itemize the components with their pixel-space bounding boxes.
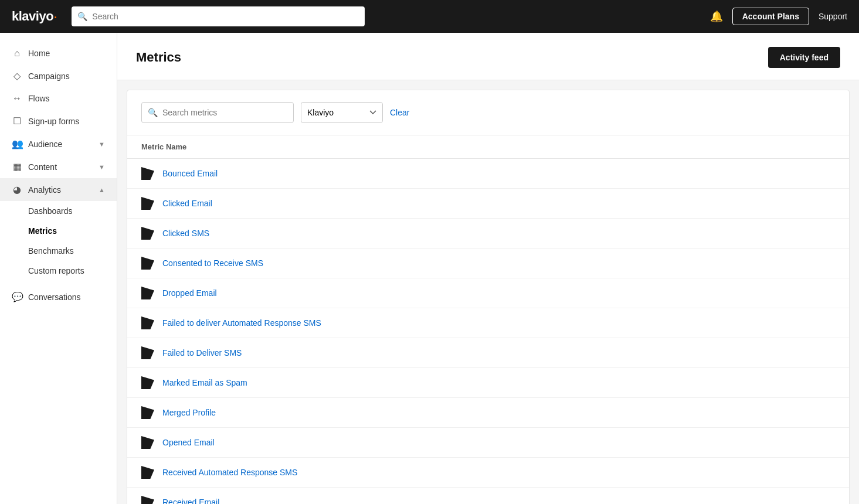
sidebar-label-flows: Flows — [28, 94, 50, 103]
content-icon: ▦ — [12, 161, 22, 172]
signup-forms-icon: ☐ — [12, 115, 22, 127]
metrics-table: Bounced Email Clicked Email Clicked SMS … — [127, 159, 849, 504]
metric-icon — [141, 346, 154, 359]
chevron-down-icon: ▼ — [99, 141, 105, 148]
sidebar-label-home: Home — [28, 49, 50, 58]
sidebar-label-content-text: Content — [28, 162, 57, 172]
table-row[interactable]: Merged Profile — [127, 398, 849, 428]
sidebar-label-conversations: Conversations — [28, 292, 81, 302]
metric-icon — [141, 197, 154, 210]
metric-name: Dropped Email — [162, 288, 217, 298]
search-metrics-icon: 🔍 — [148, 108, 158, 117]
metric-name: Bounced Email — [162, 169, 218, 178]
conversations-icon: 💬 — [12, 291, 22, 302]
sidebar-label-analytics-text: Analytics — [28, 185, 61, 195]
header-right: 🔔 Account Plans Support — [710, 8, 847, 25]
sidebar-label-campaigns: Campaigns — [28, 71, 70, 81]
metric-icon — [141, 287, 154, 299]
metric-name: Marked Email as Spam — [162, 378, 247, 387]
support-link[interactable]: Support — [819, 12, 847, 21]
sidebar-item-conversations[interactable]: 💬 Conversations — [0, 285, 117, 308]
notifications-icon[interactable]: 🔔 — [710, 10, 723, 23]
sidebar: ⌂ Home ◇ Campaigns ↔ Flows ☐ Sign-up for… — [0, 33, 117, 504]
metric-name: Received Email — [162, 498, 219, 504]
campaigns-icon: ◇ — [12, 70, 22, 81]
table-row[interactable]: Consented to Receive SMS — [127, 248, 849, 278]
sidebar-item-campaigns[interactable]: ◇ Campaigns — [0, 64, 117, 87]
metric-name: Failed to Deliver SMS — [162, 348, 242, 357]
header-search-container: 🔍 — [72, 6, 365, 26]
metric-icon — [141, 257, 154, 270]
sidebar-item-content[interactable]: ▦ Analytics Content ▼ — [0, 155, 117, 178]
metric-icon — [141, 466, 154, 479]
table-row[interactable]: Received Email — [127, 488, 849, 504]
sidebar-item-dashboards[interactable]: Dashboards — [28, 201, 117, 221]
home-icon: ⌂ — [12, 48, 22, 59]
layout: ⌂ Home ◇ Campaigns ↔ Flows ☐ Sign-up for… — [0, 0, 859, 504]
logo[interactable]: klaviyo· — [12, 9, 57, 24]
metric-name: Clicked SMS — [162, 229, 209, 238]
metric-icon — [141, 316, 154, 329]
table-header: Metric Name — [127, 135, 849, 159]
search-metrics-input[interactable] — [162, 108, 287, 117]
table-row[interactable]: Failed to deliver Automated Response SMS — [127, 308, 849, 338]
sidebar-item-flows[interactable]: ↔ Flows — [0, 87, 117, 110]
sidebar-item-benchmarks[interactable]: Benchmarks — [28, 241, 117, 261]
sidebar-item-analytics[interactable]: ◕ Analytics Analytics ▲ — [0, 178, 117, 201]
table-row[interactable]: Dropped Email — [127, 278, 849, 308]
metric-name: Opened Email — [162, 438, 215, 447]
table-row[interactable]: Failed to Deliver SMS — [127, 338, 849, 368]
metric-name: Merged Profile — [162, 408, 216, 417]
metric-name: Received Automated Response SMS — [162, 468, 297, 477]
page-header: Metrics Activity feed — [117, 33, 859, 80]
table-row[interactable]: Marked Email as Spam — [127, 368, 849, 398]
account-plans-button[interactable]: Account Plans — [732, 8, 809, 25]
table-row[interactable]: Received Automated Response SMS — [127, 458, 849, 488]
sidebar-item-audience[interactable]: 👥 Audience ▼ — [0, 132, 117, 155]
chevron-up-icon: ▲ — [99, 186, 105, 193]
search-icon: 🔍 — [77, 12, 87, 21]
search-metrics-container: 🔍 — [141, 102, 294, 123]
table-row[interactable]: Clicked SMS — [127, 219, 849, 248]
sidebar-item-custom-reports[interactable]: Custom reports — [28, 261, 117, 281]
analytics-submenu: Dashboards Metrics Benchmarks Custom rep… — [0, 201, 117, 281]
table-row[interactable]: Bounced Email — [127, 159, 849, 189]
main-content: Metrics Activity feed 🔍 Klaviyo Custom A… — [117, 33, 859, 504]
metric-icon — [141, 406, 154, 419]
app-header: klaviyo· 🔍 🔔 Account Plans Support — [0, 0, 859, 33]
activity-feed-button[interactable]: Activity feed — [768, 47, 840, 68]
sidebar-label-signup-forms: Sign-up forms — [28, 117, 79, 126]
page-title: Metrics — [136, 50, 181, 65]
metric-icon — [141, 227, 154, 240]
clear-filter-link[interactable]: Clear — [390, 108, 409, 117]
metric-icon — [141, 167, 154, 180]
chevron-down-icon-content: ▼ — [99, 164, 105, 171]
flows-icon: ↔ — [12, 93, 22, 104]
logo-mark: · — [53, 9, 57, 24]
metric-name: Clicked Email — [162, 199, 212, 208]
audience-icon: 👥 — [12, 138, 22, 149]
metric-icon — [141, 436, 154, 449]
metric-icon — [141, 376, 154, 389]
analytics-icon: ◕ — [12, 184, 22, 195]
filters-row: 🔍 Klaviyo Custom All Clear — [127, 90, 849, 135]
sidebar-label-audience: Audience — [28, 139, 62, 149]
metric-name: Failed to deliver Automated Response SMS — [162, 318, 321, 328]
metric-name: Consented to Receive SMS — [162, 258, 263, 268]
sidebar-item-metrics[interactable]: Metrics — [28, 221, 117, 241]
sidebar-item-signup-forms[interactable]: ☐ Sign-up forms — [0, 110, 117, 132]
table-row[interactable]: Clicked Email — [127, 189, 849, 219]
metrics-content-area: 🔍 Klaviyo Custom All Clear Metric Name B… — [127, 90, 850, 504]
sidebar-item-home[interactable]: ⌂ Home — [0, 42, 117, 64]
metric-icon — [141, 496, 154, 504]
logo-text: klaviyo — [12, 9, 53, 24]
filter-dropdown[interactable]: Klaviyo Custom All — [301, 102, 383, 123]
search-input[interactable] — [92, 12, 359, 21]
table-row[interactable]: Opened Email — [127, 428, 849, 458]
